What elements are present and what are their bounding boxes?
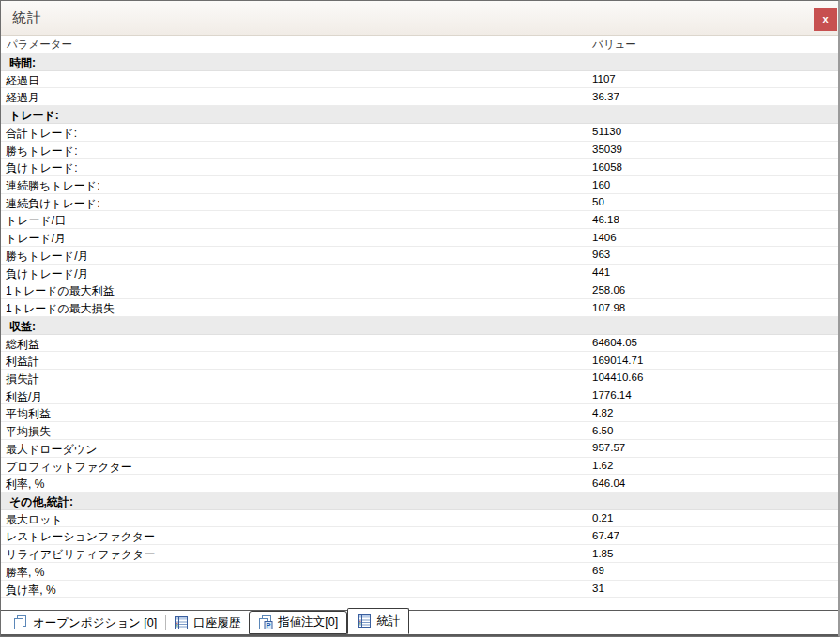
table-row: 利益計169014.71 [1, 352, 838, 370]
row-value: 31 [592, 583, 604, 594]
row-value: 69 [592, 565, 604, 576]
row-label: 利益/月 [6, 389, 42, 405]
window-title: 統計 [1, 9, 42, 27]
row-value: 51130 [592, 126, 621, 137]
tab-account-history[interactable]: 口座履歴 [165, 612, 249, 634]
table-row: 負けトレード/月441 [1, 265, 838, 282]
column-header-parameter: パラメーター [7, 38, 72, 52]
row-label: 平均利益 [6, 406, 51, 422]
row-value: 64604.05 [592, 337, 637, 348]
row-label: 利率, % [6, 477, 44, 493]
tab-label: オープンポジション [0] [33, 615, 157, 631]
table-row: 1トレードの最大損失107.98 [1, 299, 838, 317]
row-label: レストレーションファクター [6, 529, 155, 545]
table-row: 経過日1107 [1, 71, 838, 89]
row-label: 損失計 [6, 372, 39, 387]
close-icon[interactable]: x [814, 8, 837, 31]
table-row: 勝ちトレード:35039 [1, 142, 838, 159]
column-header-value: バリュー [592, 38, 636, 52]
tab-statistics[interactable]: 統計 [347, 608, 409, 634]
row-label: 勝率, % [6, 565, 44, 581]
row-value: 169014.71 [592, 355, 643, 366]
row-value: 160 [592, 179, 610, 190]
tab-pending-orders[interactable]: P指値注文[0] [249, 611, 347, 634]
row-label: トレード/月 [6, 231, 66, 247]
tab-label: 口座履歴 [193, 615, 240, 631]
row-value: 6.50 [592, 425, 613, 436]
row-label: 1トレードの最大利益 [6, 283, 115, 299]
row-label: プロフィットファクター [6, 460, 132, 476]
row-value: 67.47 [592, 530, 619, 541]
table-row: 勝率, %69 [1, 563, 838, 581]
row-value: 258.06 [592, 284, 625, 296]
row-value: 50 [592, 196, 604, 207]
table-row: トレード/月1406 [1, 229, 838, 247]
table-row: 1トレードの最大利益258.06 [1, 281, 838, 299]
row-label: 1トレードの最大損失 [6, 301, 115, 317]
table-row: 経過月36.37 [1, 88, 838, 106]
row-label: 総利益 [6, 337, 39, 353]
table-row: 損失計104410.66 [1, 370, 838, 387]
table-header-row: パラメーター バリュー [1, 36, 838, 53]
row-value: 1107 [592, 73, 616, 84]
row-label: リライアビリティファクター [6, 547, 155, 563]
row-value: 107.98 [592, 302, 625, 313]
row-label: 負けトレード: [6, 160, 77, 176]
row-label: トレード: [9, 108, 59, 124]
tab-label: 指値注文[0] [278, 614, 338, 630]
row-label: トレード/日 [6, 213, 66, 229]
svg-text:P: P [267, 621, 271, 629]
tab-label: 統計 [376, 614, 400, 629]
row-value: 4.82 [592, 407, 613, 418]
section-row: その他,統計: [1, 493, 838, 510]
table-row: レストレーションファクター67.47 [1, 527, 838, 545]
row-label: 経過日 [6, 73, 39, 89]
section-row: 時間: [1, 53, 838, 71]
section-row: トレード: [1, 106, 838, 124]
row-value: 16058 [592, 161, 622, 173]
row-label: 経過月 [6, 90, 39, 106]
row-value: 46.18 [592, 214, 619, 225]
table-row: 利率, %646.04 [1, 475, 838, 493]
row-value: 1776.14 [592, 389, 632, 401]
tab-open-positions[interactable]: オープンポジション [0] [5, 612, 165, 634]
pages-p-icon: P [258, 615, 273, 630]
section-row: 収益: [1, 317, 838, 335]
table-row: プロフィットファクター1.62 [1, 458, 838, 476]
table-row: 合計トレード:51130 [1, 124, 838, 142]
tab-bar: オープンポジション [0]口座履歴P指値注文[0]統計 [1, 610, 838, 636]
row-value: 441 [592, 266, 610, 278]
statistics-window: 統計 x パラメーター バリュー 時間:経過日1107経過月36.37トレード:… [0, 0, 840, 637]
row-label: 最大ドローダウン [6, 442, 97, 458]
row-label: 合計トレード: [6, 126, 77, 142]
row-value: 1406 [592, 232, 617, 243]
table-row: 利益/月1776.14 [1, 387, 838, 405]
row-label: 勝ちトレード: [6, 144, 77, 159]
row-value: 35039 [592, 144, 622, 155]
table-row: 平均損失6.50 [1, 422, 838, 440]
table-row: リライアビリティファクター1.85 [1, 545, 838, 563]
row-label: 平均損失 [6, 424, 51, 440]
row-value: 957.57 [592, 442, 625, 453]
row-label: 最大ロット [6, 512, 63, 528]
row-label: 勝ちトレード/月 [6, 249, 88, 265]
row-value: 963 [592, 249, 610, 260]
row-label: 利益計 [6, 354, 39, 370]
row-label: 負け率, % [6, 583, 56, 599]
row-value: 0.21 [592, 512, 613, 523]
row-value: 646.04 [592, 478, 625, 489]
statistics-table: パラメーター バリュー 時間:経過日1107経過月36.37トレード:合計トレー… [1, 36, 838, 610]
row-label: 連続負けトレード: [6, 196, 99, 212]
table-row: 負けトレード:16058 [1, 159, 838, 176]
table-row: 連続勝ちトレード:160 [1, 176, 838, 194]
table-row: 最大ロット0.21 [1, 510, 838, 528]
table-row: 平均利益4.82 [1, 404, 838, 422]
row-value: 36.37 [592, 91, 619, 102]
table-row: 負け率, %31 [1, 581, 838, 599]
table-row: 勝ちトレード/月963 [1, 247, 838, 265]
table-row: 総利益64604.05 [1, 335, 838, 353]
row-label: 時間: [9, 55, 36, 71]
row-label: 収益: [9, 319, 36, 335]
table-row: 連続負けトレード:50 [1, 194, 838, 212]
pages-icon [13, 615, 28, 630]
